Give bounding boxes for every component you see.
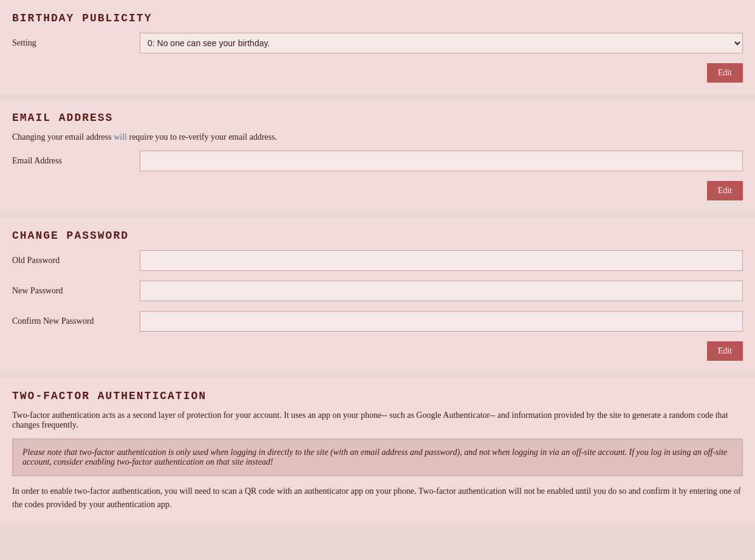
old-password-row: Old Password bbox=[12, 250, 743, 271]
birthday-button-row: Edit bbox=[12, 63, 743, 83]
email-address-title: Email Address bbox=[12, 112, 743, 124]
confirm-password-label: Confirm New Password bbox=[12, 316, 140, 326]
email-address-section: Email Address Changing your email addres… bbox=[0, 100, 755, 213]
birthday-edit-button[interactable]: Edit bbox=[707, 63, 743, 83]
two-factor-section: Two-Factor Authentication Two-factor aut… bbox=[0, 378, 755, 524]
email-input[interactable] bbox=[140, 151, 743, 171]
email-button-row: Edit bbox=[12, 181, 743, 200]
email-edit-button[interactable]: Edit bbox=[707, 181, 743, 200]
two-factor-notice: Please note that two-factor authenticati… bbox=[12, 439, 743, 476]
new-password-label: New Password bbox=[12, 286, 140, 296]
birthday-publicity-title: Birthday Publicity bbox=[12, 12, 743, 24]
two-factor-description: Two-factor authentication acts as a seco… bbox=[12, 411, 743, 430]
new-password-row: New Password bbox=[12, 281, 743, 301]
email-field-row: Email Address bbox=[12, 151, 743, 171]
change-password-title: Change Password bbox=[12, 230, 743, 242]
old-password-input[interactable] bbox=[140, 250, 743, 271]
email-field-label: Email Address bbox=[12, 156, 140, 166]
confirm-password-row: Confirm New Password bbox=[12, 311, 743, 332]
two-factor-info: In order to enable two-factor authentica… bbox=[12, 485, 743, 512]
password-edit-button[interactable]: Edit bbox=[707, 341, 743, 361]
email-will-highlight: will bbox=[114, 132, 127, 142]
password-button-row: Edit bbox=[12, 341, 743, 361]
birthday-setting-label: Setting bbox=[12, 38, 140, 48]
birthday-setting-select[interactable]: 0: No one can see your birthday. bbox=[140, 33, 743, 53]
two-factor-title: Two-Factor Authentication bbox=[12, 390, 743, 402]
confirm-password-input[interactable] bbox=[140, 311, 743, 332]
old-password-label: Old Password bbox=[12, 256, 140, 265]
birthday-publicity-section: Birthday Publicity Setting 0: No one can… bbox=[0, 0, 755, 95]
email-address-description: Changing your email address will require… bbox=[12, 132, 743, 142]
new-password-input[interactable] bbox=[140, 281, 743, 301]
change-password-section: Change Password Old Password New Passwor… bbox=[0, 217, 755, 373]
birthday-setting-row: Setting 0: No one can see your birthday. bbox=[12, 33, 743, 53]
